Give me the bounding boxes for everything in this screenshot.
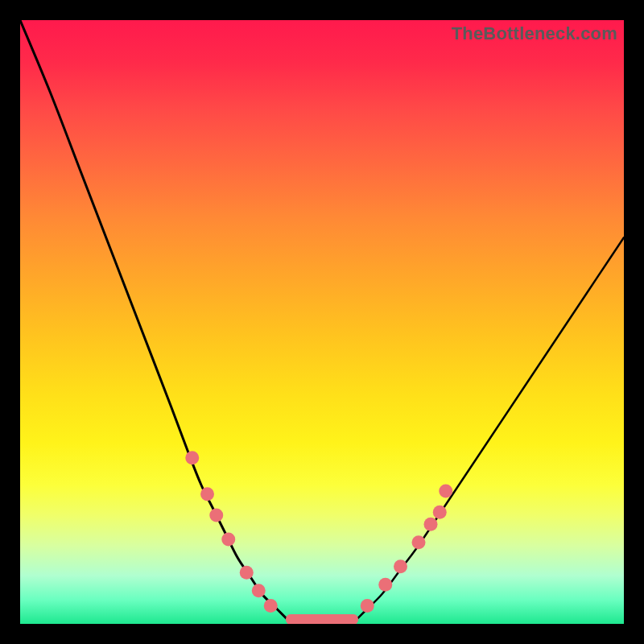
marker-point xyxy=(185,451,199,464)
marker-point xyxy=(394,559,407,573)
marker-point xyxy=(209,509,223,522)
right-curve xyxy=(353,237,625,624)
floor-bar xyxy=(286,614,358,624)
marker-point xyxy=(240,566,254,580)
curve-layer xyxy=(20,20,624,624)
marker-point xyxy=(200,487,214,501)
left-curve xyxy=(20,20,292,624)
marker-point xyxy=(412,535,426,549)
marker-point xyxy=(439,485,452,498)
marker-point xyxy=(378,578,392,592)
chart-frame: TheBottleneck.com xyxy=(0,0,644,644)
marker-point xyxy=(264,599,278,613)
marker-point xyxy=(221,533,235,547)
marker-point xyxy=(361,599,374,613)
marker-point xyxy=(433,506,447,519)
plot-area: TheBottleneck.com xyxy=(20,20,624,624)
marker-point xyxy=(252,584,266,597)
marker-point xyxy=(424,518,438,531)
